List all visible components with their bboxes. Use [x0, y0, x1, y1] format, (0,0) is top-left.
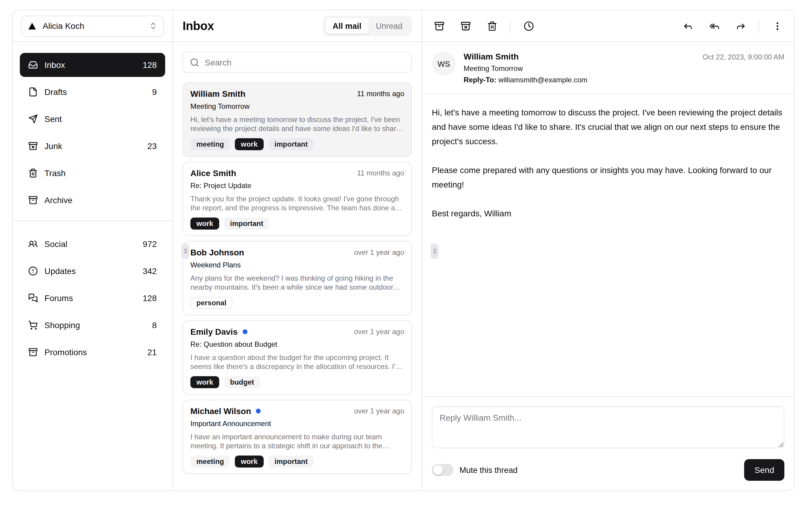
email-list-item[interactable]: Bob Johnson over 1 year ago Weekend Plan…	[183, 241, 412, 315]
archive-icon	[28, 195, 38, 205]
panel-resize-handle[interactable]	[431, 243, 438, 259]
sidebar-item-promotions[interactable]: Promotions 21	[20, 340, 165, 364]
reply-all-icon	[709, 21, 719, 31]
sidebar-item-count: 23	[147, 141, 157, 151]
sidebar-item-count: 128	[143, 293, 157, 303]
avatar: WS	[432, 52, 456, 76]
sidebar-item-label: Forums	[44, 293, 73, 303]
sidebar-item-updates[interactable]: Updates 342	[20, 259, 165, 283]
tag-badge: important	[268, 455, 314, 468]
snooze-button[interactable]	[518, 15, 539, 37]
sidebar-item-social[interactable]: Social 972	[20, 232, 165, 256]
email-list-item[interactable]: Emily Davis over 1 year ago Re: Question…	[183, 320, 412, 395]
email-preview: Hi, let's have a meeting tomorrow to dis…	[190, 115, 404, 133]
sidebar-item-shopping[interactable]: Shopping 8	[20, 313, 165, 337]
mute-thread-toggle[interactable]	[432, 464, 453, 476]
sidebar-item-inbox[interactable]: Inbox 128	[20, 53, 165, 77]
email-subject: Weekend Plans	[190, 261, 404, 269]
inbox-icon	[28, 60, 38, 70]
sidebar-item-count: 9	[152, 87, 157, 97]
clock-icon	[523, 21, 533, 31]
tab-unread[interactable]: Unread	[368, 18, 410, 34]
email-preview: I have an important announcement to make…	[190, 433, 404, 451]
email-preview: I have a question about the budget for t…	[190, 353, 404, 371]
sidebar-item-forums[interactable]: Forums 128	[20, 286, 165, 310]
trash-icon	[487, 21, 497, 31]
email-tags: work important	[190, 217, 404, 230]
reply-button[interactable]	[677, 15, 699, 37]
sidebar-nav-secondary: Social 972 Updates 342 Forums 128 Shoppi…	[12, 221, 172, 369]
sidebar-item-sent[interactable]: Sent	[20, 107, 165, 131]
tag-badge: budget	[224, 376, 260, 388]
sidebar-item-trash[interactable]: Trash	[20, 161, 165, 185]
account-switcher[interactable]: Alicia Koch	[21, 15, 164, 36]
message-meta: William Smith Meeting Tomorrow Reply-To:…	[464, 52, 587, 84]
email-preview: Any plans for the weekend? I was thinkin…	[190, 274, 404, 292]
message-body: Hi, let's have a meeting tomorrow to dis…	[422, 94, 794, 397]
sidebar-item-label: Drafts	[44, 87, 67, 97]
email-time: over 1 year ago	[354, 248, 404, 257]
email-tags: work budget	[190, 376, 404, 388]
tab-all-mail[interactable]: All mail	[325, 18, 368, 34]
tag-badge: work	[235, 455, 264, 468]
email-list-item[interactable]: William Smith 11 months ago Meeting Tomo…	[183, 82, 412, 157]
archive-button[interactable]	[428, 15, 450, 37]
email-list-item[interactable]: Michael Wilson over 1 year ago Important…	[183, 400, 412, 474]
grip-vertical-icon	[182, 247, 188, 255]
trash-icon	[28, 168, 38, 178]
reply-area: Mute this thread Send	[422, 397, 794, 490]
email-sender: Bob Johnson	[190, 247, 244, 257]
list-header: Inbox All mail Unread	[173, 10, 421, 42]
sidebar-item-label: Promotions	[44, 347, 87, 357]
tag-badge: meeting	[190, 138, 230, 150]
unread-dot	[242, 329, 247, 334]
panel-resize-handle[interactable]	[181, 243, 189, 259]
forward-button[interactable]	[730, 15, 751, 37]
mail-filter-tabs: All mail Unread	[323, 15, 412, 36]
email-subject: Meeting Tomorrow	[190, 102, 404, 110]
archive-icon	[28, 347, 38, 357]
move-to-trash-button[interactable]	[481, 15, 503, 37]
sidebar-item-junk[interactable]: Junk 23	[20, 134, 165, 158]
more-options-button[interactable]	[766, 15, 788, 37]
message-header: WS William Smith Meeting Tomorrow Reply-…	[422, 42, 794, 94]
email-list: William Smith 11 months ago Meeting Tomo…	[173, 82, 421, 490]
email-list-pane: Inbox All mail Unread William Smith 11 m…	[173, 10, 422, 490]
reply-textarea[interactable]	[432, 406, 784, 448]
sidebar-item-archive[interactable]: Archive	[20, 188, 165, 212]
sidebar-item-label: Updates	[44, 266, 76, 276]
email-subject: Important Announcement	[190, 419, 404, 428]
send-button[interactable]: Send	[744, 459, 784, 481]
email-list-item[interactable]: Alice Smith 11 months ago Re: Project Up…	[183, 162, 412, 236]
email-time: over 1 year ago	[354, 328, 404, 336]
sidebar-item-count: 342	[143, 266, 157, 276]
email-detail-pane: WS William Smith Meeting Tomorrow Reply-…	[422, 10, 794, 490]
shopping-cart-icon	[28, 320, 38, 330]
reply-all-button[interactable]	[703, 15, 725, 37]
email-sender: William Smith	[190, 89, 245, 99]
account-switcher-row: Alicia Koch	[12, 10, 172, 42]
sidebar-item-drafts[interactable]: Drafts 9	[20, 80, 165, 104]
sidebar-item-label: Junk	[44, 141, 62, 151]
toolbar-separator	[759, 19, 759, 33]
search-input[interactable]	[183, 52, 412, 73]
sidebar-item-label: Inbox	[44, 60, 65, 70]
archive-x-icon	[460, 21, 471, 31]
toggle-knob	[433, 465, 443, 475]
tag-badge: work	[190, 376, 219, 388]
email-subject: Re: Project Update	[190, 181, 404, 190]
tag-badge: important	[224, 217, 269, 230]
sidebar-item-label: Social	[44, 239, 67, 249]
chevrons-up-down-icon	[149, 22, 157, 30]
tag-badge: work	[190, 217, 219, 230]
move-to-junk-button[interactable]	[455, 15, 476, 37]
sidebar-nav-primary: Inbox 128 Drafts 9 Sent Junk 23	[12, 42, 172, 217]
mail-app-page: Alicia Koch Inbox 128 Drafts 9	[0, 0, 812, 509]
send-icon	[28, 114, 38, 124]
sidebar-item-count: 972	[143, 239, 157, 249]
messages-square-icon	[28, 293, 38, 303]
unread-dot	[256, 409, 261, 413]
email-sender: Michael Wilson	[190, 406, 251, 416]
sidebar-item-label: Trash	[44, 168, 66, 178]
message-sender-name: William Smith	[464, 52, 587, 61]
